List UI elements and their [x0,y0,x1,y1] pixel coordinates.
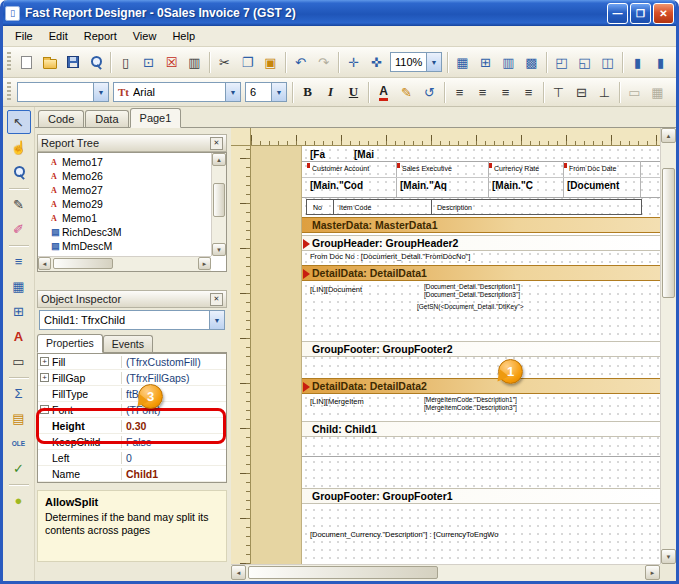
column-header-memo[interactable]: Currency Rate [494,165,539,173]
bold-button[interactable]: B [296,81,319,104]
grid-size-button[interactable]: ▩ [520,51,543,74]
delete-page-button[interactable]: ☒ [160,51,183,74]
columns-button[interactable]: ▮ [626,51,649,74]
report-page[interactable]: [Fa [Mai Customer Account Sales Executiv… [301,146,660,564]
align-right-button[interactable]: ≡ [494,81,517,104]
maximize-button[interactable]: ❐ [630,3,651,24]
group-button[interactable]: ✛ [342,51,365,74]
tab-page1[interactable]: Page1 [130,108,182,128]
insert-table-button[interactable]: ⊞ [7,299,31,323]
design-horizontal-scrollbar[interactable]: ◄ ► [231,564,660,581]
field-memo[interactable]: [Main."Aq [400,180,447,192]
property-value[interactable]: Child1 [122,468,226,480]
design-canvas[interactable]: [Fa [Mai Customer Account Sales Executiv… [251,146,660,564]
zoom-dropdown-button[interactable]: ▼ [426,53,441,71]
insert-chart-button[interactable]: ● [7,488,31,512]
scroll-thumb[interactable] [213,183,225,217]
tab-properties[interactable]: Properties [37,334,103,353]
tree-item[interactable]: ▤MmDescM [39,239,210,253]
scroll-left-button[interactable]: ◄ [38,257,51,270]
underline-button[interactable]: U [342,81,365,104]
scroll-right-button[interactable]: ► [198,257,211,270]
scroll-down-button[interactable]: ▼ [212,243,226,256]
memo-fragment[interactable]: [Fa [310,149,325,161]
menu-view[interactable]: View [125,28,165,44]
cut-button[interactable]: ✂ [213,51,236,74]
new-report-button[interactable] [15,51,38,74]
close-button[interactable]: ✕ [653,3,674,24]
open-report-button[interactable] [38,51,61,74]
minimize-button[interactable]: — [607,3,628,24]
undo-button[interactable]: ↶ [289,51,312,74]
send-to-back-button[interactable]: ◱ [573,51,596,74]
groupheader-memo[interactable]: From Doc No : [Document_Detail."FromDocN… [310,253,470,262]
insert-checkbox-button[interactable]: ✓ [7,456,31,480]
font-name-dropdown-button[interactable]: ▼ [225,83,240,101]
expand-icon[interactable]: + [40,405,49,414]
insert-ole-button[interactable]: OLE [7,431,31,455]
detail2-memo[interactable]: [MergeItemCode."Description1"] [424,396,517,403]
tab-events[interactable]: Events [103,335,153,352]
save-report-button[interactable] [61,51,84,74]
scroll-up-button[interactable]: ▲ [661,128,676,143]
property-value[interactable]: (TfrxCustomFill) [122,356,226,368]
paste-button[interactable]: ▣ [259,51,282,74]
detail1-memo[interactable]: [Document_Detail."Description1"] [424,283,520,290]
band-groupfooter2[interactable]: GroupFooter: GroupFooter2 [302,341,660,357]
toolbar-grip[interactable] [7,82,11,102]
toolbar-grip[interactable] [7,52,11,72]
zoom-tool-button[interactable] [7,160,31,184]
frame-style-button[interactable]: ▭ [623,81,646,104]
insert-band-button[interactable]: ≡ [7,249,31,273]
align-justify-button[interactable]: ≡ [517,81,540,104]
ungroup-button[interactable]: ✜ [365,51,388,74]
detail-header-table[interactable]: No Item Code Description [306,199,642,215]
align-left-button[interactable]: ≡ [448,81,471,104]
property-row-fillgap[interactable]: +FillGap(TfrxFillGaps) [38,370,226,386]
valign-top-button[interactable]: ⊤ [547,81,570,104]
band-detaildata1[interactable]: DetailData: DetailData1 [302,265,660,281]
insert-text-button[interactable]: A [7,324,31,348]
insert-picture-button[interactable]: ▤ [7,406,31,430]
frame-all-button[interactable]: ▦ [646,81,669,104]
italic-button[interactable]: I [319,81,342,104]
insert-crosstab-button[interactable]: ▦ [7,274,31,298]
valign-center-button[interactable]: ⊟ [570,81,593,104]
zoom-select[interactable]: 110% ▼ [390,52,442,72]
property-row-keepchild[interactable]: KeepChildFalse [38,434,226,450]
tree-vertical-scrollbar[interactable]: ▲ ▼ [211,153,226,256]
new-dialog-button[interactable]: ⊡ [137,51,160,74]
field-memo[interactable]: [Main."Cod [310,180,363,192]
font-color-button[interactable]: A [372,81,395,104]
groupfooter-memo[interactable]: [Document_Currency."Description"] : [Cur… [310,531,498,540]
font-size-dropdown-button[interactable]: ▼ [271,83,286,101]
band-groupheader2[interactable]: GroupHeader: GroupHeader2 [302,235,660,251]
band-child1[interactable]: Child: Child1 [302,421,660,437]
text-rotation-button[interactable]: ↺ [418,81,441,104]
tab-data[interactable]: Data [85,110,128,127]
detail1-memo[interactable]: [GetSN(<Document_Detail."DtlKey"> [417,303,524,310]
menu-help[interactable]: Help [164,28,203,44]
property-value[interactable]: (TfrxFillGaps) [122,372,226,384]
tree-item[interactable]: ▤RichDesc3M [39,225,210,239]
band-groupfooter1[interactable]: GroupFooter: GroupFooter1 [302,488,660,504]
band-detaildata2[interactable]: DetailData: DetailData2 [302,378,660,394]
font-name-select[interactable]: Tt Arial ▼ [113,82,241,102]
fit-to-grid-button[interactable]: ▥ [497,51,520,74]
memo-fragment[interactable]: [Mai [354,149,374,161]
align-to-grid-button[interactable]: ⊞ [474,51,497,74]
tree-item[interactable]: AMemo27 [39,183,210,197]
new-page-button[interactable]: ▯ [114,51,137,74]
expand-icon[interactable]: + [40,373,49,382]
detail1-memo[interactable]: [Document_Detail."Description3"] [424,291,520,298]
detail1-memo[interactable]: [LIN][Document [310,286,362,295]
object-inspector-close-button[interactable]: ✕ [210,293,223,306]
property-value[interactable]: 0 [122,452,226,464]
scroll-thumb[interactable] [248,566,438,579]
property-row-height[interactable]: Height0.30 [38,418,226,434]
tab-code[interactable]: Code [38,110,84,127]
insert-shape-button[interactable]: ▭ [7,349,31,373]
object-selector-dropdown-button[interactable]: ▼ [209,311,224,329]
tree-item[interactable]: AMemo29 [39,197,210,211]
page-settings-button[interactable]: ▥ [183,51,206,74]
